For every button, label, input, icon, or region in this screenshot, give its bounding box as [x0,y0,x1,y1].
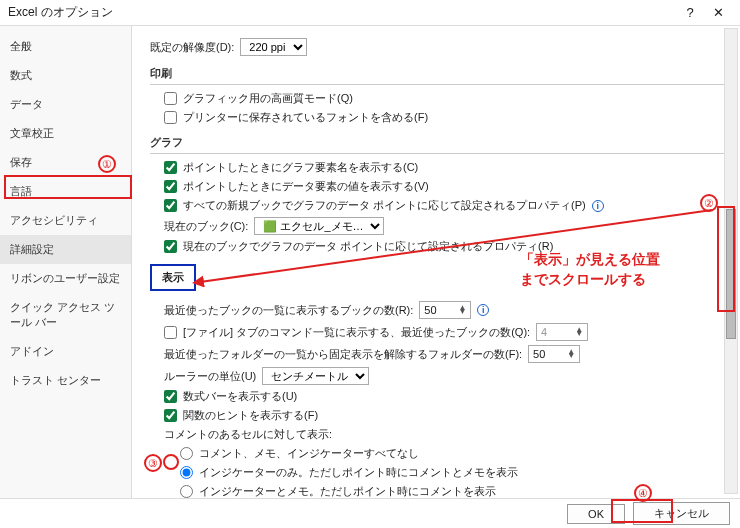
scrollbar[interactable] [724,28,738,494]
sidebar-item-1[interactable]: 数式 [0,61,131,90]
file-tab-checkbox[interactable] [164,326,177,339]
sidebar-item-8[interactable]: リボンのユーザー設定 [0,264,131,293]
content-panel: 既定の解像度(D): 220 ppi 印刷 グラフィック用の高画質モード(Q) … [132,26,740,498]
file-tab-label: [ファイル] タブのコマンド一覧に表示する、最近使ったブックの数(Q): [183,325,530,340]
sidebar: 全般数式データ文章校正保存言語アクセシビリティ詳細設定リボンのユーザー設定クイッ… [0,26,132,498]
ok-button[interactable]: OK [567,504,625,524]
chart-new-props-checkbox[interactable] [164,199,177,212]
info-icon[interactable]: i [592,200,604,212]
sidebar-item-2[interactable]: データ [0,90,131,119]
comment-none-radio[interactable] [180,447,193,460]
func-hints-checkbox[interactable] [164,409,177,422]
print-fonts-label: プリンターに保存されているフォントを含める(F) [183,110,428,125]
sidebar-item-3[interactable]: 文章校正 [0,119,131,148]
help-button[interactable]: ? [676,5,704,20]
resolution-select[interactable]: 220 ppi [240,38,307,56]
print-hq-checkbox[interactable] [164,92,177,105]
print-hq-label: グラフィック用の高画質モード(Q) [183,91,353,106]
scroll-thumb[interactable] [726,209,736,339]
sidebar-item-10[interactable]: アドイン [0,337,131,366]
file-tab-stepper: 4▲▼ [536,323,588,341]
current-book-select[interactable]: 🟩 エクセル_メモ… [254,217,384,235]
close-button[interactable]: ✕ [704,5,732,20]
func-hints-label: 関数のヒントを表示する(F) [183,408,318,423]
ruler-select[interactable]: センチメートル [262,367,369,385]
section-chart: グラフ [150,135,726,154]
chart-hover-names-checkbox[interactable] [164,161,177,174]
resolution-label: 既定の解像度(D): [150,40,234,55]
info-icon[interactable]: i [477,304,489,316]
ruler-label: ルーラーの単位(U) [164,369,256,384]
comment-indicator-hover-radio[interactable] [180,466,193,479]
chart-current-props-label: 現在のブックでグラフのデータ ポイントに応じて設定されるプロパティ(R) [183,239,553,254]
chart-hover-names-label: ポイントしたときにグラフ要素名を表示する(C) [183,160,418,175]
comment-mode-label: コメントのあるセルに対して表示: [164,427,332,442]
footer: OK キャンセル [0,498,740,528]
comment-indicator-memo-label: インジケーターとメモ。ただしポイント時にコメントを表示 [199,484,496,498]
section-print: 印刷 [150,66,726,85]
sidebar-item-11[interactable]: トラスト センター [0,366,131,395]
formula-bar-label: 数式バーを表示する(U) [183,389,297,404]
sidebar-item-5[interactable]: 言語 [0,177,131,206]
chart-new-props-label: すべての新規ブックでグラフのデータ ポイントに応じて設定されるプロパティ(P) [183,198,586,213]
recent-books-stepper[interactable]: 50▲▼ [419,301,471,319]
comment-indicator-hover-label: インジケーターのみ。ただしポイント時にコメントとメモを表示 [199,465,518,480]
print-fonts-checkbox[interactable] [164,111,177,124]
formula-bar-checkbox[interactable] [164,390,177,403]
sidebar-item-4[interactable]: 保存 [0,148,131,177]
cancel-button[interactable]: キャンセル [633,502,730,525]
chart-current-props-checkbox[interactable] [164,240,177,253]
recent-folders-label: 最近使ったフォルダーの一覧から固定表示を解除するフォルダーの数(F): [164,347,522,362]
sidebar-item-9[interactable]: クイック アクセス ツール バー [0,293,131,337]
sidebar-item-6[interactable]: アクセシビリティ [0,206,131,235]
section-display: 表示 [150,264,196,291]
recent-folders-stepper[interactable]: 50▲▼ [528,345,580,363]
current-book-label: 現在のブック(C): [164,219,248,234]
chart-hover-values-checkbox[interactable] [164,180,177,193]
recent-books-label: 最近使ったブックの一覧に表示するブックの数(R): [164,303,413,318]
window-title: Excel のオプション [8,4,676,21]
titlebar: Excel のオプション ? ✕ [0,0,740,26]
sidebar-item-0[interactable]: 全般 [0,32,131,61]
sidebar-item-7[interactable]: 詳細設定 [0,235,131,264]
comment-indicator-memo-radio[interactable] [180,485,193,498]
comment-none-label: コメント、メモ、インジケーターすべてなし [199,446,419,461]
chart-hover-values-label: ポイントしたときにデータ要素の値を表示する(V) [183,179,429,194]
